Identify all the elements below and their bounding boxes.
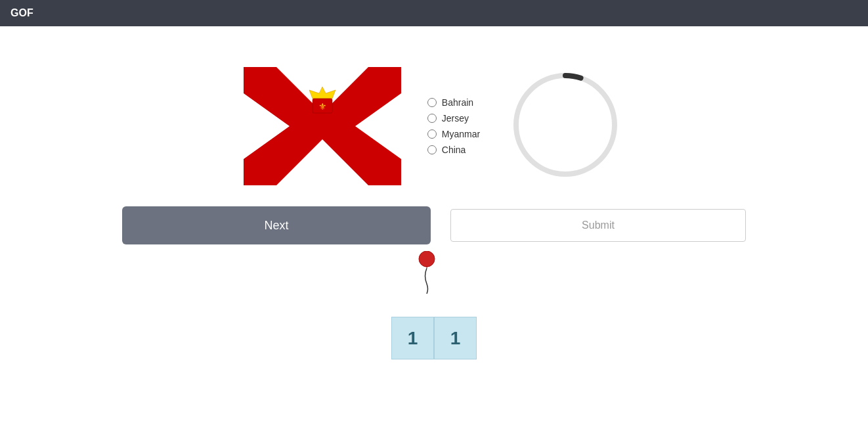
balloon	[417, 251, 437, 296]
option-myanmar-label: Myanmar	[442, 129, 480, 139]
option-jersey-label: Jersey	[442, 113, 469, 124]
radio-china[interactable]	[427, 145, 437, 154]
option-myanmar[interactable]: Myanmar	[427, 129, 480, 139]
score-display: 1 1	[391, 317, 477, 359]
option-bahrain[interactable]: Bahrain	[427, 97, 480, 108]
option-bahrain-label: Bahrain	[442, 97, 473, 108]
radio-jersey[interactable]	[427, 114, 437, 123]
score-box-1: 1	[391, 317, 434, 359]
radio-myanmar[interactable]	[427, 129, 437, 139]
submit-button[interactable]: Submit	[450, 209, 746, 242]
option-china[interactable]: China	[427, 145, 480, 155]
option-jersey[interactable]: Jersey	[427, 113, 480, 124]
score-box-2: 1	[434, 317, 477, 359]
svg-text:⚜: ⚜	[318, 101, 326, 112]
svg-point-5	[516, 76, 615, 174]
option-china-label: China	[442, 145, 466, 155]
action-buttons: Next Submit	[122, 206, 746, 244]
flag-image: ⚜	[244, 67, 401, 185]
radio-bahrain[interactable]	[427, 98, 437, 107]
answer-options: Bahrain Jersey Myanmar China	[427, 97, 480, 155]
svg-point-7	[419, 251, 435, 267]
app-title: GOF	[11, 7, 33, 19]
progress-circle	[506, 66, 624, 187]
next-button[interactable]: Next	[122, 206, 431, 244]
